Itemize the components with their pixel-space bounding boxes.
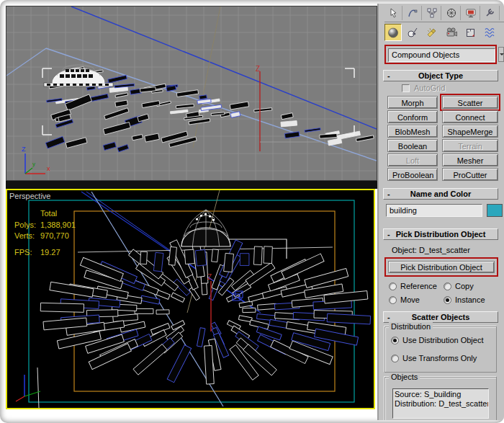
loft-button: Loft bbox=[387, 153, 438, 166]
objects-listbox[interactable]: Source: S_building Distribution: D_test_… bbox=[392, 388, 489, 419]
collapse-button[interactable]: - bbox=[387, 189, 390, 199]
list-item[interactable]: Distribution: D_test_scatter bbox=[395, 399, 487, 409]
category-cameras[interactable] bbox=[443, 24, 460, 41]
geometry-sphere-icon bbox=[387, 26, 400, 39]
scatter-button[interactable]: Scatter bbox=[442, 96, 498, 109]
tab-motion[interactable] bbox=[443, 6, 461, 20]
category-dropdown-highlight: Compound Objects bbox=[384, 45, 497, 64]
helpers-icon bbox=[464, 26, 477, 39]
viewport-perspective[interactable]: Z Perspective Total Polys: 1,388,901 Ver… bbox=[6, 189, 375, 409]
rollout-title: Name and Color bbox=[410, 190, 471, 198]
rollout-object-type[interactable]: - Object Type bbox=[383, 70, 498, 81]
objects-group: Objects Source: S_building Distribution:… bbox=[384, 377, 497, 420]
use-transforms-only-radio[interactable] bbox=[391, 355, 399, 362]
stats-fps-label: FPS: bbox=[14, 248, 32, 257]
cameras-icon bbox=[445, 26, 458, 39]
objects-group-title: Objects bbox=[389, 373, 420, 381]
tripod-x-label: x bbox=[47, 165, 50, 172]
category-helpers[interactable] bbox=[462, 24, 480, 41]
motion-wheel-icon bbox=[446, 7, 457, 19]
tab-display[interactable] bbox=[462, 6, 480, 20]
tripod-y-label: y bbox=[32, 161, 35, 167]
blobmesh-button[interactable]: BlobMesh bbox=[387, 125, 438, 138]
display-monitor-icon bbox=[465, 7, 477, 19]
use-transforms-only-option[interactable]: Use Transforms Only bbox=[391, 354, 477, 362]
name-and-color-row: building bbox=[386, 204, 501, 218]
reference-option[interactable]: Reference bbox=[389, 282, 444, 290]
collapse-button[interactable]: - bbox=[387, 71, 390, 81]
lights-flashlight-icon bbox=[426, 26, 438, 39]
z-axis-label: Z bbox=[256, 65, 260, 73]
category-geometry[interactable] bbox=[384, 24, 402, 41]
move-label: Move bbox=[400, 295, 420, 304]
z-axis-label: Z bbox=[207, 273, 212, 281]
boolean-button[interactable]: Boolean bbox=[387, 139, 438, 152]
clone-method-options: Reference Copy Move Instance bbox=[389, 282, 485, 304]
instance-label: Instance bbox=[455, 295, 485, 304]
stats-fps-value: 19.27 bbox=[40, 248, 60, 257]
conform-button[interactable]: Conform bbox=[387, 110, 438, 123]
use-distribution-object-option[interactable]: Use Distribution Object bbox=[391, 336, 484, 344]
stats-verts-value: 970,770 bbox=[40, 231, 69, 240]
autogrid-checkbox[interactable] bbox=[402, 84, 410, 92]
tripod-z-label: Z bbox=[22, 146, 26, 153]
rollout-pick-distribution[interactable]: - Pick Distribution Object bbox=[383, 228, 498, 240]
copy-label: Copy bbox=[455, 282, 474, 290]
procutter-button[interactable]: ProCutter bbox=[442, 168, 498, 181]
hierarchy-icon bbox=[426, 7, 438, 19]
viewport-label[interactable]: Perspective bbox=[9, 192, 50, 200]
picked-object-label: Object: D_test_scatter bbox=[392, 246, 470, 254]
select-arrow-icon bbox=[387, 7, 399, 19]
pick-distribution-button[interactable]: Pick Distribution Object bbox=[388, 261, 495, 273]
move-option[interactable]: Move bbox=[389, 295, 444, 304]
screenshot-frame: Z x Z x y Z Perspective Total Polys: 1,3… bbox=[0, 0, 504, 423]
copy-option[interactable]: Copy bbox=[444, 282, 485, 290]
command-panel-tabs bbox=[384, 6, 504, 22]
pick-distribution-highlight: Pick Distribution Object bbox=[384, 257, 498, 277]
collapse-button[interactable]: - bbox=[387, 312, 390, 322]
object-name-input[interactable]: building bbox=[386, 204, 482, 217]
utilities-icon bbox=[485, 7, 496, 19]
tab-modify[interactable] bbox=[404, 6, 422, 20]
morph-button[interactable]: Morph bbox=[387, 96, 438, 109]
reference-label: Reference bbox=[400, 282, 437, 290]
rollout-title: Object Type bbox=[418, 71, 463, 80]
use-distribution-object-radio[interactable] bbox=[391, 337, 399, 344]
command-panel: Compound Objects - Object Type AutoGrid … bbox=[377, 4, 504, 420]
distribution-group: Distribution Use Distribution Object Use… bbox=[384, 326, 497, 373]
x-axis-label: x bbox=[325, 139, 328, 146]
proboolean-button[interactable]: ProBoolean bbox=[387, 168, 438, 181]
dropdown-arrow-button[interactable] bbox=[498, 47, 504, 62]
tab-utilities[interactable] bbox=[482, 6, 500, 20]
move-radio[interactable] bbox=[389, 296, 397, 304]
use-transforms-only-label: Use Transforms Only bbox=[402, 354, 477, 362]
stats-polys-value: 1,388,901 bbox=[40, 221, 76, 229]
mesher-button[interactable]: Mesher bbox=[442, 153, 498, 166]
instance-radio[interactable] bbox=[444, 296, 451, 304]
tab-hierarchy[interactable] bbox=[423, 6, 441, 20]
category-dropdown[interactable]: Compound Objects bbox=[388, 48, 495, 62]
shapemerge-button[interactable]: ShapeMerge bbox=[442, 125, 498, 138]
list-item[interactable]: Source: S_building bbox=[395, 390, 487, 399]
tab-create[interactable] bbox=[384, 6, 402, 20]
category-shapes[interactable] bbox=[404, 24, 421, 41]
rollout-title: Scatter Objects bbox=[412, 313, 470, 321]
copy-radio[interactable] bbox=[444, 282, 451, 290]
category-space-warps[interactable] bbox=[482, 24, 499, 41]
category-lights[interactable] bbox=[423, 24, 441, 41]
stats-total-header: Total bbox=[40, 209, 57, 218]
space-warps-waves-icon bbox=[484, 26, 497, 39]
viewport-splitter[interactable] bbox=[6, 181, 377, 189]
collapse-button[interactable]: - bbox=[387, 229, 390, 239]
connect-button[interactable]: Connect bbox=[442, 110, 498, 123]
viewport-top[interactable]: Z x Z x y bbox=[6, 6, 377, 181]
reference-radio[interactable] bbox=[389, 282, 397, 290]
distribution-group-title: Distribution bbox=[389, 322, 433, 331]
rollout-name-and-color[interactable]: - Name and Color bbox=[383, 188, 498, 200]
object-type-buttons: Morph Scatter Conform Connect BlobMesh S… bbox=[387, 96, 498, 181]
instance-option[interactable]: Instance bbox=[444, 295, 485, 304]
object-color-swatch[interactable] bbox=[487, 204, 503, 217]
create-category-row bbox=[384, 24, 504, 43]
shapes-icon bbox=[406, 26, 419, 39]
rollout-scatter-objects[interactable]: - Scatter Objects bbox=[383, 311, 498, 323]
